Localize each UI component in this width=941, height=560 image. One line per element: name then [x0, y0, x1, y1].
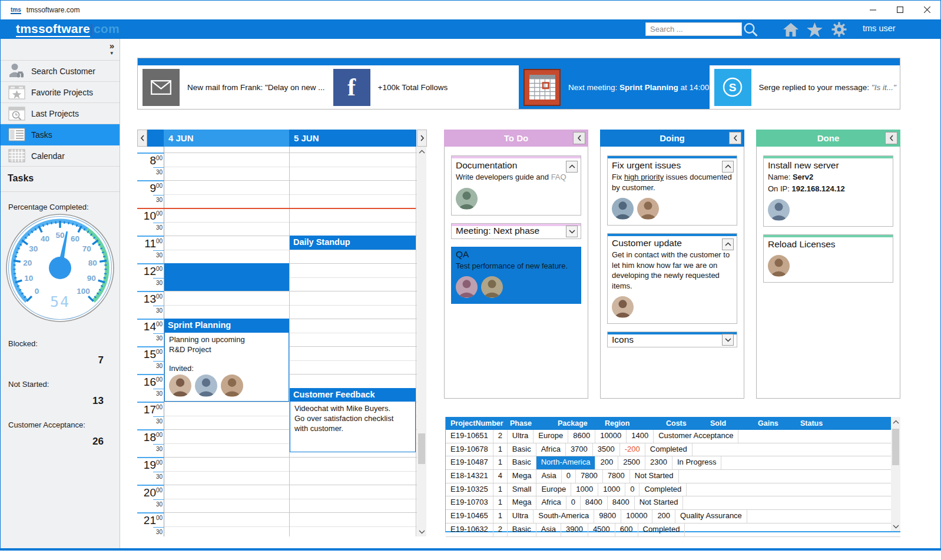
scroll-up-button[interactable] [417, 147, 426, 157]
table-cell[interactable]: 0 [562, 470, 576, 483]
table-cell[interactable]: 4500 [588, 523, 615, 536]
table-cell[interactable]: 1 [493, 510, 508, 523]
calendar-scrollbar[interactable] [417, 147, 426, 536]
table-cell[interactable]: E19-10632 [446, 523, 493, 536]
table-cell[interactable]: 600 [615, 523, 638, 536]
table-cell[interactable]: Europe [536, 483, 571, 496]
table-cell[interactable]: 1000 [571, 483, 598, 496]
table-cell[interactable]: 2 [493, 430, 508, 443]
search-input[interactable] [645, 22, 742, 36]
table-cell[interactable]: Asia [536, 523, 561, 536]
table-cell[interactable]: Basic [508, 443, 536, 456]
collapse-column-button[interactable] [885, 132, 897, 144]
table-cell[interactable]: Customer Acceptance [654, 430, 738, 443]
calendar-grid[interactable]: 800 30 900 30 1000 30 1100 30 1200 30 13 [137, 147, 417, 536]
table-cell[interactable]: 7800 [576, 470, 603, 483]
scroll-up-button[interactable] [891, 417, 900, 427]
table-cell[interactable]: 1 [493, 456, 508, 469]
table-cell[interactable]: 7800 [603, 470, 630, 483]
table-cell[interactable]: Ultra [508, 430, 534, 443]
scrollbar-thumb[interactable] [892, 429, 899, 465]
home-icon[interactable] [782, 22, 800, 37]
collapse-card-button[interactable] [566, 161, 578, 173]
table-cell[interactable]: 2300 [645, 456, 672, 469]
table-cell[interactable]: 4 [493, 470, 508, 483]
kanban-card-reload-licenses[interactable]: Reload Licenses [763, 234, 893, 283]
table-cell[interactable]: 1 [493, 443, 508, 456]
calendar-next-button[interactable] [417, 130, 427, 147]
table-cell[interactable]: 0 [625, 483, 640, 496]
gear-icon[interactable] [830, 22, 848, 37]
kanban-card-meeting-next-phase[interactable]: Meeting: Next phase [451, 223, 581, 239]
search-icon[interactable] [742, 22, 760, 37]
column-header-phase[interactable]: Phase [505, 417, 553, 430]
column-header-costs[interactable]: Costs [661, 417, 705, 430]
column-header-region[interactable]: Region [600, 417, 661, 430]
maximize-button[interactable] [886, 1, 913, 19]
kanban-card-qa[interactable]: QA Test performance of new feature. [451, 247, 581, 304]
table-cell[interactable]: Completed [638, 523, 685, 536]
table-cell[interactable]: 1000 [598, 483, 625, 496]
table-cell[interactable]: E19-10325 [446, 483, 493, 496]
calendar-event[interactable]: Daily Standup [290, 236, 416, 250]
table-cell[interactable]: Asia [536, 470, 561, 483]
table-cell[interactable]: Quality Assurance [675, 510, 747, 523]
table-cell[interactable]: E19-10703 [446, 496, 493, 509]
table-cell[interactable]: North-America [536, 456, 596, 469]
table-cell[interactable]: Completed [645, 443, 693, 456]
column-header-projectnumber[interactable]: ProjectNumber [446, 417, 505, 430]
sidebar-item-search-customer[interactable]: Search Customer [1, 61, 120, 82]
collapse-sidebar-icon[interactable]: »▼ [110, 42, 114, 57]
table-cell[interactable]: 200 [652, 510, 675, 523]
table-cell[interactable]: E19-10465 [446, 510, 493, 523]
minimize-button[interactable] [859, 1, 886, 19]
table-cell[interactable]: 3900 [561, 523, 588, 536]
table-cell[interactable]: -200 [620, 443, 645, 456]
table-cell[interactable]: Not Started [630, 470, 679, 483]
close-button[interactable] [913, 1, 940, 19]
collapse-card-button[interactable] [722, 161, 734, 173]
kanban-card-fix-urgent-issues[interactable]: Fix urgent issues Fix high priority issu… [607, 155, 737, 226]
collapse-column-button[interactable] [573, 132, 585, 144]
table-cell[interactable]: 200 [595, 456, 618, 469]
table-cell[interactable]: Not Started [635, 496, 684, 509]
notification-item[interactable]: f +100k Total Follows [329, 65, 519, 109]
kanban-card-customer-update[interactable]: Customer update Get in contact with the … [607, 233, 737, 324]
table-cell[interactable]: Basic [508, 523, 536, 536]
notification-item[interactable]: Next meeting: Sprint Planning at 14:00 [519, 65, 710, 109]
table-cell[interactable]: 2500 [618, 456, 645, 469]
table-cell[interactable]: Small [508, 483, 537, 496]
kanban-card-install-new-server[interactable]: Install new server Name: Serv2On IP: 192… [763, 155, 893, 227]
table-cell[interactable]: Mega [508, 470, 537, 483]
table-cell[interactable]: Africa [536, 443, 566, 456]
table-cell[interactable]: Basic [508, 456, 536, 469]
scrollbar-thumb[interactable] [418, 433, 425, 464]
table-cell[interactable]: 3500 [593, 443, 620, 456]
sidebar-item-calendar[interactable]: Calendar [1, 145, 120, 167]
expand-card-button[interactable] [566, 226, 578, 237]
sidebar-item-last-projects[interactable]: Last Projects [1, 103, 120, 124]
table-cell[interactable]: E19-10651 [446, 430, 493, 443]
kanban-card-documentation[interactable]: Documentation Write developers guide and… [451, 155, 581, 216]
collapse-card-button[interactable] [722, 238, 734, 250]
calendar-prev-button[interactable] [137, 130, 147, 147]
expand-card-button[interactable] [722, 334, 734, 346]
column-header-status[interactable]: Status [796, 417, 892, 430]
table-cell[interactable]: 10000 [595, 430, 627, 443]
table-cell[interactable]: 9800 [594, 510, 621, 523]
calendar-event[interactable]: Sprint PlanningPlanning on upcomingR&D P… [164, 319, 289, 402]
calendar-event-block[interactable] [164, 263, 289, 291]
star-icon[interactable] [806, 22, 823, 37]
sidebar-item-tasks[interactable]: Tasks [1, 124, 120, 145]
notification-item[interactable]: S Serge replied to your message: "Is it.… [710, 65, 900, 109]
table-scrollbar[interactable] [891, 417, 900, 531]
notification-item[interactable]: New mail from Frank: "Delay on new ... [138, 65, 329, 109]
scroll-down-button[interactable] [417, 526, 426, 536]
table-cell[interactable]: E19-10678 [446, 443, 493, 456]
table-cell[interactable]: 8400 [581, 496, 608, 509]
column-header-gains[interactable]: Gains [753, 417, 796, 430]
sidebar-item-favorite-projects[interactable]: Favorite Projects [1, 82, 120, 103]
calendar-event[interactable]: Customer FeedbackVideochat with Mike Buy… [290, 388, 416, 453]
table-cell[interactable]: 10000 [621, 510, 652, 523]
table-cell[interactable]: Ultra [508, 510, 534, 523]
